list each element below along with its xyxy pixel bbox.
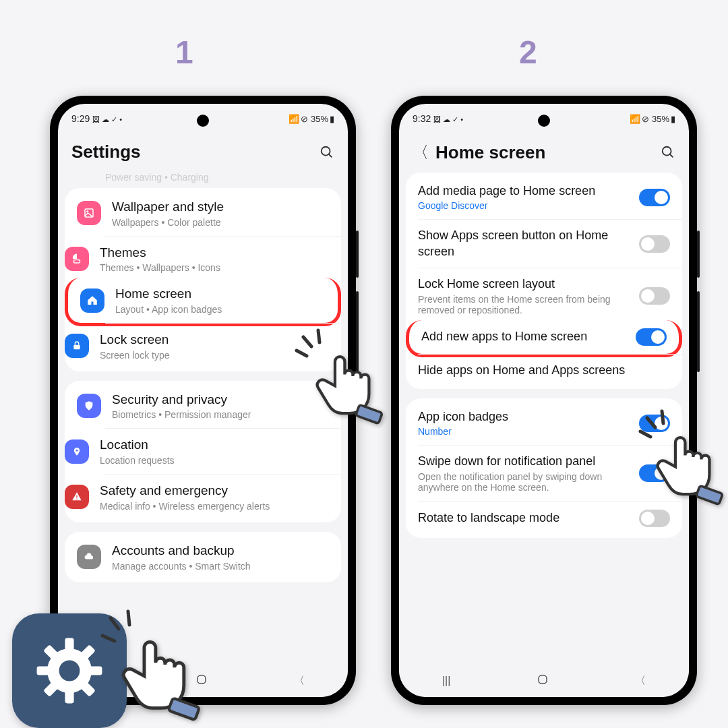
row-hide-apps[interactable]: Hide apps on Home and Apps screens bbox=[418, 354, 682, 386]
shield-icon bbox=[77, 394, 101, 418]
nav-back[interactable]: 〈 bbox=[294, 674, 305, 688]
home-settings-card-1: Add media page to Home screenGoogle Disc… bbox=[406, 173, 682, 389]
toggle-media-page[interactable] bbox=[639, 189, 670, 206]
svg-rect-9 bbox=[198, 675, 206, 684]
svg-rect-30 bbox=[696, 485, 723, 504]
svg-line-29 bbox=[662, 411, 663, 423]
row-themes[interactable]: ThemesThemes • Wallpapers • Icons bbox=[105, 236, 341, 282]
nav-back[interactable]: 〈 bbox=[635, 674, 646, 688]
home-icon bbox=[80, 289, 104, 313]
svg-line-31 bbox=[102, 636, 115, 641]
themes-icon bbox=[65, 247, 89, 271]
svg-rect-26 bbox=[356, 404, 383, 423]
page-title: Home screen bbox=[435, 142, 654, 163]
back-button[interactable]: 〈 bbox=[413, 142, 429, 163]
toggle-swipe-panel[interactable] bbox=[639, 464, 670, 482]
settings-card-security: Security and privacyBiometrics • Permiss… bbox=[65, 381, 341, 522]
svg-line-28 bbox=[647, 418, 655, 427]
row-media-page[interactable]: Add media page to Home screenGoogle Disc… bbox=[406, 175, 682, 219]
search-icon[interactable] bbox=[661, 145, 675, 160]
svg-rect-5 bbox=[73, 345, 80, 350]
svg-point-10 bbox=[663, 147, 671, 156]
phone-frame-2: 9:32 🖼 ☁ ✓ • 📶⊘ 35%▮ 〈 Home screen Add m… bbox=[391, 96, 697, 705]
row-safety[interactable]: Safety and emergencyMedical info • Wirel… bbox=[105, 474, 341, 520]
row-accounts[interactable]: Accounts and backupManage accounts • Sma… bbox=[65, 535, 341, 580]
nav-home[interactable] bbox=[537, 673, 549, 688]
page-header: 〈 Home screen bbox=[399, 128, 689, 173]
step-number-1: 1 bbox=[175, 34, 193, 71]
front-camera bbox=[538, 115, 550, 127]
row-location[interactable]: LocationLocation requests bbox=[105, 428, 341, 474]
svg-rect-4 bbox=[74, 260, 80, 264]
svg-line-11 bbox=[670, 154, 673, 158]
svg-line-33 bbox=[128, 611, 129, 625]
emergency-icon bbox=[65, 485, 89, 509]
location-icon bbox=[65, 439, 89, 464]
row-wallpaper[interactable]: Wallpaper and styleWallpapers • Color pa… bbox=[65, 191, 341, 236]
step-number-2: 2 bbox=[519, 34, 537, 71]
toggle-add-new-apps[interactable] bbox=[636, 328, 667, 346]
svg-rect-17 bbox=[89, 666, 102, 675]
settings-card-accounts: Accounts and backupManage accounts • Sma… bbox=[65, 532, 341, 582]
svg-rect-14 bbox=[65, 638, 73, 652]
page-header: Settings bbox=[58, 128, 348, 172]
row-home-screen[interactable]: Home screenLayout • App icon badges bbox=[65, 278, 341, 326]
tap-spark-icon bbox=[290, 324, 337, 371]
row-security[interactable]: Security and privacyBiometrics • Permiss… bbox=[65, 384, 341, 429]
svg-rect-16 bbox=[37, 666, 51, 675]
svg-rect-7 bbox=[76, 495, 77, 497]
tap-spark-icon bbox=[94, 603, 148, 657]
lock-icon bbox=[65, 334, 89, 358]
svg-line-25 bbox=[318, 330, 320, 342]
wallpaper-icon bbox=[77, 201, 101, 225]
svg-point-6 bbox=[76, 450, 78, 452]
page-title: Settings bbox=[71, 142, 313, 162]
svg-line-23 bbox=[297, 351, 307, 356]
row-lock-layout[interactable]: Lock Home screen layoutPrevent items on … bbox=[418, 268, 682, 323]
svg-rect-12 bbox=[539, 675, 547, 684]
row-add-new-apps[interactable]: Add new apps to Home screen bbox=[406, 320, 682, 357]
truncated-row: Power saving • Charging bbox=[65, 172, 341, 188]
toggle-apps-button[interactable] bbox=[639, 235, 670, 253]
svg-line-27 bbox=[640, 431, 650, 437]
row-swipe-panel[interactable]: Swipe down for notification panelOpen th… bbox=[418, 445, 682, 500]
svg-point-0 bbox=[322, 146, 330, 155]
tap-spark-icon bbox=[634, 404, 681, 452]
svg-line-1 bbox=[329, 154, 332, 157]
svg-point-22 bbox=[59, 661, 80, 681]
navigation-bar: ||| 〈 bbox=[399, 665, 689, 697]
svg-rect-8 bbox=[76, 499, 77, 499]
toggle-lock-layout[interactable] bbox=[639, 287, 670, 305]
row-apps-button[interactable]: Show Apps screen button on Home screen bbox=[418, 219, 682, 268]
nav-home[interactable] bbox=[195, 673, 208, 688]
svg-rect-15 bbox=[65, 690, 73, 704]
front-camera bbox=[197, 115, 209, 127]
svg-line-32 bbox=[111, 618, 119, 629]
search-icon[interactable] bbox=[320, 145, 334, 160]
toggle-rotate[interactable] bbox=[639, 510, 670, 527]
svg-line-24 bbox=[303, 337, 311, 346]
row-rotate[interactable]: Rotate to landscape mode bbox=[418, 501, 682, 535]
cloud-icon bbox=[77, 545, 101, 569]
svg-point-3 bbox=[86, 211, 88, 213]
nav-recents[interactable]: ||| bbox=[442, 675, 450, 687]
